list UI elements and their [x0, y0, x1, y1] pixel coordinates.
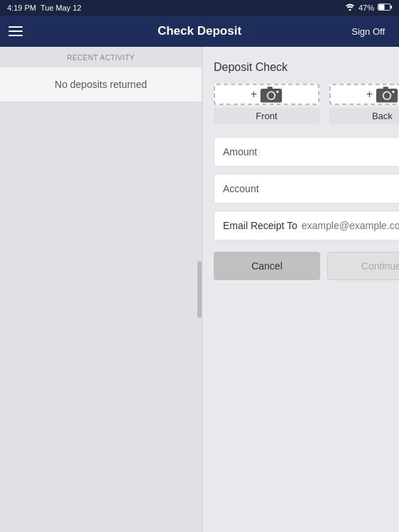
amount-field[interactable]: Amount ›: [214, 137, 399, 167]
front-label: Front: [214, 108, 319, 124]
header-title: Check Deposit: [158, 24, 241, 38]
main-layout: RECENT ACTIVITY No deposits returned Dep…: [0, 47, 399, 532]
date-display: Tue May 12: [40, 4, 82, 12]
back-card-container: + Back: [329, 84, 399, 124]
svg-point-6: [268, 92, 275, 99]
status-bar: 4:19 PM Tue May 12 47%: [0, 0, 399, 16]
recent-activity-header: RECENT ACTIVITY: [0, 47, 202, 67]
hamburger-menu[interactable]: [9, 26, 23, 36]
svg-rect-2: [390, 6, 392, 9]
camera-row: + Front +: [214, 84, 399, 124]
scroll-indicator: [197, 261, 202, 318]
status-right: 47%: [345, 4, 392, 12]
no-deposits-message: No deposits returned: [0, 67, 202, 101]
deposit-check-title: Deposit Check: [214, 61, 399, 74]
time-display: 4:19 PM: [7, 4, 36, 12]
svg-rect-3: [378, 4, 384, 9]
app-header: Check Deposit Sign Off: [0, 16, 399, 47]
front-card-container: + Front: [214, 84, 319, 124]
wifi-icon: [345, 4, 355, 12]
status-left: 4:19 PM Tue May 12: [7, 4, 82, 12]
sign-off-button[interactable]: Sign Off: [346, 23, 390, 40]
battery-display: 47%: [359, 4, 374, 12]
svg-point-8: [276, 91, 279, 94]
back-camera-button[interactable]: +: [329, 84, 399, 105]
button-row: Cancel Continue: [214, 252, 399, 280]
continue-button[interactable]: Continue: [327, 252, 399, 280]
amount-label: Amount: [223, 146, 257, 157]
back-label: Back: [329, 108, 399, 124]
left-panel: RECENT ACTIVITY No deposits returned: [0, 47, 202, 532]
front-camera-icon: +: [251, 85, 283, 104]
svg-point-0: [349, 9, 351, 11]
right-panel: Deposit Check + Front: [202, 47, 399, 532]
account-label: Account: [223, 183, 259, 194]
email-receipt-row: Email Receipt To: [214, 211, 399, 240]
svg-point-11: [384, 92, 390, 99]
back-camera-icon: +: [366, 85, 398, 104]
email-receipt-input[interactable]: [302, 220, 399, 231]
battery-icon: [378, 4, 392, 12]
svg-rect-7: [268, 87, 273, 89]
email-receipt-label: Email Receipt To: [223, 220, 297, 231]
account-field[interactable]: Account ›: [214, 174, 399, 204]
svg-rect-12: [383, 87, 388, 89]
svg-point-13: [392, 91, 395, 94]
cancel-button[interactable]: Cancel: [214, 252, 320, 280]
front-camera-button[interactable]: +: [214, 84, 319, 105]
